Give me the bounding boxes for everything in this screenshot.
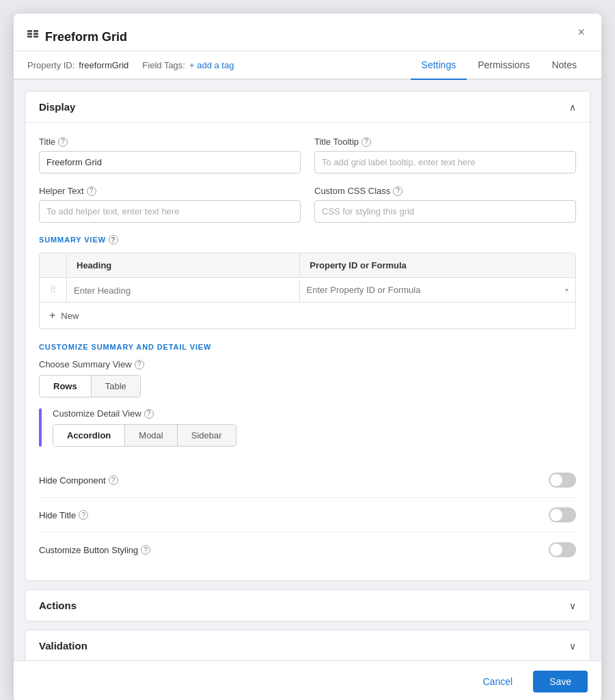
customize-detail-help-icon: ? [144, 409, 154, 419]
hide-component-toggle[interactable] [549, 473, 576, 488]
detail-view-content: Customize Detail View ? Accordion Modal … [53, 408, 576, 447]
actions-section-header[interactable]: Actions ∨ [25, 590, 590, 621]
summary-rows-button[interactable]: Rows [40, 376, 92, 397]
modal-footer: Cancel Save [14, 660, 601, 700]
modal-container: Freeform Grid × Property ID: freeformGri… [14, 14, 601, 700]
hide-title-slider [549, 507, 576, 522]
detail-accordion-button[interactable]: Accordion [53, 425, 125, 446]
hide-title-help-icon: ? [79, 510, 88, 520]
customize-button-toggle[interactable] [549, 542, 576, 557]
summary-data-row: ⠿ ▾ [40, 278, 575, 303]
drag-col-header [40, 253, 67, 277]
toggles-section: Hide Component ? Hide Title ? [39, 463, 576, 567]
property-input[interactable] [307, 285, 565, 295]
modal-header-left: Freeform Grid [27, 30, 575, 44]
display-section-header[interactable]: Display ∧ [25, 92, 590, 122]
validation-section-title: Validation [39, 640, 87, 652]
close-button[interactable]: × [575, 23, 588, 41]
hide-component-help-icon: ? [109, 475, 118, 485]
custom-css-group: Custom CSS Class ? [314, 186, 576, 223]
tab-notes[interactable]: Notes [541, 51, 588, 80]
display-section-title: Display [39, 101, 75, 113]
add-icon: + [49, 309, 55, 322]
heading-input[interactable] [74, 285, 292, 296]
choose-summary-help-icon: ? [135, 360, 144, 369]
customize-button-help-icon: ? [141, 545, 150, 555]
title-label: Title ? [39, 137, 301, 147]
summary-table-button[interactable]: Table [92, 376, 140, 397]
detail-sidebar-button[interactable]: Sidebar [178, 425, 236, 446]
title-group: Title ? [39, 137, 301, 173]
summary-view-button-group: Rows Table [39, 375, 141, 397]
hide-component-label: Hide Component ? [39, 475, 118, 486]
property-cell: ▾ [300, 281, 575, 299]
tab-settings[interactable]: Settings [411, 51, 467, 80]
actions-section: Actions ∨ [25, 589, 590, 621]
property-dropdown-icon: ▾ [565, 286, 569, 294]
summary-view-help-icon: ? [109, 235, 118, 244]
property-id-label: Property ID: [27, 60, 74, 70]
display-section: Display ∧ Title ? Title Tooltip [25, 91, 590, 581]
property-id-item: Property ID: freeformGrid [27, 60, 128, 70]
summary-table: Heading Property ID or Formula ⠿ [39, 253, 576, 329]
drag-handle-icon: ⠿ [50, 285, 57, 295]
property-col-header: Property ID or Formula [300, 253, 575, 277]
helper-text-label: Helper Text ? [39, 186, 301, 196]
title-help-icon: ? [58, 137, 68, 147]
customize-button-row: Customize Button Styling ? [39, 533, 576, 567]
svg-rect-4 [33, 33, 38, 35]
heading-cell [67, 280, 300, 300]
validation-section-header[interactable]: Validation ∨ [25, 630, 590, 660]
hide-title-row: Hide Title ? [39, 498, 576, 533]
hide-title-label: Hide Title ? [39, 510, 88, 520]
save-button[interactable]: Save [533, 671, 588, 692]
meta-row: Property ID: freeformGrid Field Tags: + … [27, 53, 411, 77]
summary-view-section: SUMMARY VIEW ? Heading Property ID or Fo… [39, 235, 576, 329]
svg-rect-5 [33, 36, 38, 38]
svg-rect-0 [27, 30, 32, 32]
tabs-container: Settings Permissions Notes [411, 51, 588, 79]
heading-col-header: Heading [67, 253, 300, 277]
add-tag-button[interactable]: + add a tag [189, 60, 234, 70]
actions-chevron-down-icon: ∨ [569, 600, 576, 611]
modal-title: Freeform Grid [45, 30, 127, 44]
drag-cell: ⠿ [40, 278, 67, 302]
validation-section: Validation ∨ [25, 630, 590, 660]
title-tooltip-label: Title Tooltip ? [314, 137, 576, 147]
title-input[interactable] [39, 151, 301, 173]
choose-summary-view-label: Choose Summary View ? [39, 359, 576, 369]
modal-body: Display ∧ Title ? Title Tooltip [14, 80, 601, 660]
summary-table-header: Heading Property ID or Formula [40, 253, 575, 278]
detail-modal-button[interactable]: Modal [125, 425, 177, 446]
cancel-button[interactable]: Cancel [469, 671, 526, 692]
add-row-label: New [61, 311, 79, 321]
tab-permissions[interactable]: Permissions [467, 51, 541, 80]
grid-icon [27, 30, 40, 44]
svg-rect-1 [27, 33, 32, 35]
customize-section: CUSTOMIZE SUMMARY AND DETAIL VIEW Choose… [39, 343, 576, 447]
hide-title-toggle[interactable] [549, 507, 576, 522]
field-tags-item: Field Tags: + add a tag [142, 60, 234, 70]
title-tooltip-group: Title Tooltip ? [314, 137, 576, 173]
hide-component-slider [549, 473, 576, 488]
title-row: Title ? Title Tooltip ? [39, 137, 576, 173]
display-section-body: Title ? Title Tooltip ? [25, 122, 590, 580]
helper-row: Helper Text ? Custom CSS Class ? [39, 186, 576, 223]
title-tooltip-input[interactable] [314, 151, 576, 173]
add-row-button[interactable]: + New [40, 303, 575, 328]
detail-view-button-group: Accordion Modal Sidebar [53, 424, 236, 447]
helper-text-help-icon: ? [87, 186, 96, 196]
title-tooltip-help-icon: ? [361, 137, 371, 147]
validation-chevron-down-icon: ∨ [569, 641, 576, 652]
custom-css-input[interactable] [314, 200, 576, 223]
customize-button-slider [549, 542, 576, 557]
summary-view-label: SUMMARY VIEW ? [39, 235, 576, 244]
custom-css-help-icon: ? [393, 186, 402, 196]
svg-rect-3 [33, 30, 38, 32]
property-id-value: freeformGrid [79, 60, 128, 70]
actions-section-title: Actions [39, 600, 77, 611]
customize-button-label: Customize Button Styling ? [39, 545, 150, 555]
helper-text-input[interactable] [39, 200, 301, 223]
customize-section-label: CUSTOMIZE SUMMARY AND DETAIL VIEW [39, 343, 576, 351]
field-tags-label: Field Tags: [142, 60, 185, 70]
